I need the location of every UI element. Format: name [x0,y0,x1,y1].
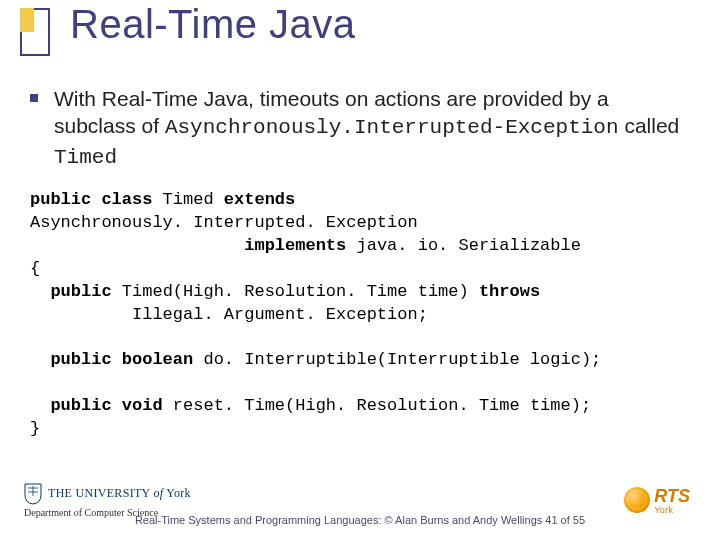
code-text: Timed(High. Resolution. Time time) [112,282,479,301]
rts-label: RTS [654,486,690,506]
code-kw: implements [244,236,346,255]
bullet-text: With Real-Time Java, timeouts on actions… [54,85,690,171]
code-kw: public void [50,396,162,415]
code-text: do. Interruptible(Interruptible logic); [193,350,601,369]
footer-right: RTS York [624,486,690,515]
title-row: Real-Time Java [20,2,700,56]
code-text: Asynchronously. Interrupted. Exception [30,213,418,232]
footer-left: THE UNIVERSITY of York Department of Com… [24,483,191,518]
footer: THE UNIVERSITY of York Department of Com… [0,472,720,528]
code-text [30,282,50,301]
slide: Real-Time Java With Real-Time Java, time… [0,0,720,540]
title-ornament-icon [20,8,50,56]
shield-icon [24,483,42,505]
code-text [30,396,50,415]
globe-icon [624,487,650,513]
code-kw: public [50,282,111,301]
slide-title: Real-Time Java [70,2,356,47]
bullet-text-mid: called [619,114,680,137]
code-text: Timed [152,190,223,209]
uoy-suffix: York [163,486,191,500]
university-name: THE UNIVERSITY of York [48,486,191,501]
code-block: public class Timed extends Asynchronousl… [30,189,690,441]
code-kw: public class [30,190,152,209]
code-kw: extends [224,190,295,209]
code-text: } [30,419,40,438]
code-text [30,236,244,255]
code-text: reset. Time(High. Resolution. Time time)… [163,396,591,415]
code-text [30,350,50,369]
rts-sub: York [654,505,690,515]
bullet-mono-1: Asynchronously.Interrupted-Exception [165,116,619,139]
bullet-marker-icon [30,94,38,102]
bullet-item: With Real-Time Java, timeouts on actions… [30,85,690,171]
code-kw: throws [479,282,540,301]
rts-logo-text: RTS York [654,486,690,515]
slide-body: With Real-Time Java, timeouts on actions… [30,85,690,441]
code-kw: public boolean [50,350,193,369]
uoy-of: of [153,486,163,500]
uoy-prefix: THE UNIVERSITY [48,486,153,500]
code-text: { [30,259,40,278]
code-text: java. io. Serializable [346,236,581,255]
code-text: Illegal. Argument. Exception; [30,305,428,324]
department-name: Department of Computer Science [24,507,158,518]
university-logo: THE UNIVERSITY of York [24,483,191,505]
bullet-mono-2: Timed [54,146,117,169]
